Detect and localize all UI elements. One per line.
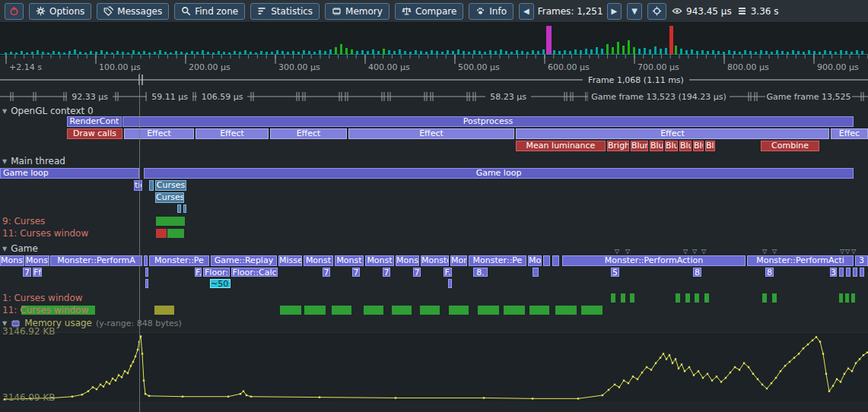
zone-bar[interactable]: Monste <box>421 255 449 266</box>
zone-bar[interactable]: Effec <box>831 128 868 139</box>
zone-bar[interactable]: Monster::Pe <box>149 255 209 266</box>
zone-bar[interactable]: Blur <box>693 141 704 151</box>
lock-activity-bar[interactable] <box>704 293 709 303</box>
lock-activity-bar[interactable] <box>364 306 383 315</box>
collapse-icon[interactable]: ▼ <box>2 158 7 165</box>
zone-bar[interactable] <box>533 268 539 277</box>
zone-bar[interactable]: Floor::Calc <box>231 268 278 277</box>
zone-bar[interactable]: Ff <box>33 268 42 277</box>
zone-bar[interactable]: Mons <box>528 255 542 266</box>
zone-bar[interactable]: ~50: <box>210 279 231 288</box>
lock-activity-bar[interactable] <box>280 306 301 315</box>
prev-frame-button[interactable]: ◀ <box>519 3 534 20</box>
options-button[interactable]: Options <box>29 3 91 20</box>
compare-button[interactable]: Compare <box>395 3 463 20</box>
lock-activity-bar[interactable] <box>621 293 625 303</box>
memory-button[interactable]: Memory <box>325 3 389 20</box>
zone-bar[interactable]: Monster::Pe <box>469 255 526 266</box>
lock-activity-bar[interactable] <box>304 306 326 315</box>
section-header-main-thread[interactable]: ▼Main thread <box>2 156 65 166</box>
zone-bar[interactable]: Monster::PerformAction <box>562 255 746 266</box>
zone-bar[interactable] <box>177 204 181 213</box>
zone-bar[interactable]: Monste <box>0 255 24 266</box>
zone-bar[interactable]: Blur <box>679 141 692 151</box>
zone-bar[interactable]: Postprocess <box>122 116 854 127</box>
lock-activity-bar[interactable] <box>154 306 174 315</box>
zone-bar[interactable]: Monst <box>335 255 364 266</box>
find-zone-button[interactable]: Find zone <box>174 3 245 20</box>
zone-bar[interactable]: 7 <box>352 268 360 277</box>
info-button[interactable]: Info <box>469 3 513 20</box>
zone-bar[interactable]: Effect <box>196 128 269 139</box>
zone-bar[interactable]: RenderCont <box>67 116 122 127</box>
zone-bar[interactable]: Curses <box>155 192 184 203</box>
zone-bar[interactable]: Missed <box>278 255 302 266</box>
zone-bar[interactable] <box>149 180 154 191</box>
next-frame-button[interactable]: ▶ <box>607 3 622 20</box>
zone-bar[interactable]: Curses <box>155 180 186 191</box>
zone-bar[interactable]: F. <box>444 268 452 277</box>
zone-bar[interactable]: Draw calls <box>67 128 122 139</box>
zone-bar[interactable]: Monster::PerformActi <box>747 255 854 266</box>
zone-bar[interactable]: Monst <box>365 255 394 266</box>
lock-activity-bar[interactable] <box>156 217 185 226</box>
zone-bar[interactable] <box>144 255 148 266</box>
zone-bar[interactable] <box>145 268 148 277</box>
zone-bar[interactable]: Mons <box>450 255 467 266</box>
zone-bar[interactable] <box>552 255 559 266</box>
lock-activity-bar[interactable] <box>392 306 412 315</box>
lock-activity-bar[interactable] <box>529 306 549 315</box>
lock-activity-bar[interactable] <box>478 306 499 315</box>
zone-bar[interactable]: Blur <box>705 141 715 151</box>
zone-bar[interactable]: 8 <box>693 268 701 277</box>
messages-button[interactable]: Messages <box>97 3 169 20</box>
zone-bar[interactable]: Blur <box>665 141 678 151</box>
zone-bar[interactable]: F. <box>195 268 202 277</box>
zone-bar[interactable] <box>543 255 550 266</box>
zone-bar[interactable] <box>183 204 186 213</box>
lock-activity-bar[interactable] <box>851 293 855 303</box>
zone-bar[interactable]: Effect <box>516 128 829 139</box>
lock-activity-bar[interactable] <box>555 306 577 315</box>
lock-activity-bar[interactable] <box>611 293 615 303</box>
zone-bar[interactable] <box>839 268 844 277</box>
zone-bar[interactable]: Monst <box>304 255 333 266</box>
lock-activity-bar[interactable] <box>839 293 843 303</box>
lock-activity-bar[interactable] <box>332 306 351 315</box>
zone-bar[interactable]: Monst <box>396 255 419 266</box>
lock-activity-bar[interactable] <box>845 293 849 303</box>
zone-bar[interactable]: Effect <box>270 128 347 139</box>
lock-activity-bar[interactable] <box>449 306 469 315</box>
zone-bar[interactable]: 5 <box>611 268 619 277</box>
zone-bar[interactable]: Floor: <box>203 268 230 277</box>
lock-activity-bar[interactable] <box>676 293 680 303</box>
zone-bar[interactable]: Monster::PerformA <box>50 255 142 266</box>
zone-bar[interactable]: Mean luminance <box>516 141 606 151</box>
zone-bar[interactable] <box>860 268 864 277</box>
zone-bar[interactable]: Blur <box>650 141 663 151</box>
zone-bar[interactable] <box>448 279 452 288</box>
zone-bar[interactable] <box>846 268 851 277</box>
lock-activity-bar[interactable] <box>156 229 167 238</box>
memory-plot-area[interactable] <box>0 332 868 401</box>
lock-activity-bar[interactable] <box>581 306 603 315</box>
lock-activity-bar[interactable] <box>772 293 777 303</box>
lock-activity-bar[interactable] <box>420 306 440 315</box>
zone-bar[interactable]: Game loop <box>144 168 854 179</box>
zone-bar[interactable]: 3 <box>855 255 868 266</box>
zone-bar[interactable]: 7 <box>383 268 390 277</box>
zone-bar[interactable]: 7 <box>323 268 330 277</box>
collapse-icon[interactable]: ▼ <box>2 246 7 252</box>
lock-activity-bar[interactable] <box>762 293 767 303</box>
zone-bar[interactable] <box>853 268 857 277</box>
collapse-icon[interactable]: ▼ <box>2 108 7 115</box>
statistics-button[interactable]: Statistics <box>250 3 320 20</box>
zone-bar[interactable]: tick <box>134 180 142 191</box>
lock-activity-bar[interactable] <box>685 293 690 303</box>
zone-bar[interactable]: Game::Replay <box>211 255 277 266</box>
power-button[interactable] <box>5 3 24 20</box>
zoom-to-frame-button[interactable]: ▼ <box>627 3 642 20</box>
zone-bar[interactable]: Brigh <box>607 141 629 151</box>
zone-bar[interactable]: 7 <box>23 268 31 277</box>
zone-bar[interactable]: 3 <box>830 268 837 277</box>
